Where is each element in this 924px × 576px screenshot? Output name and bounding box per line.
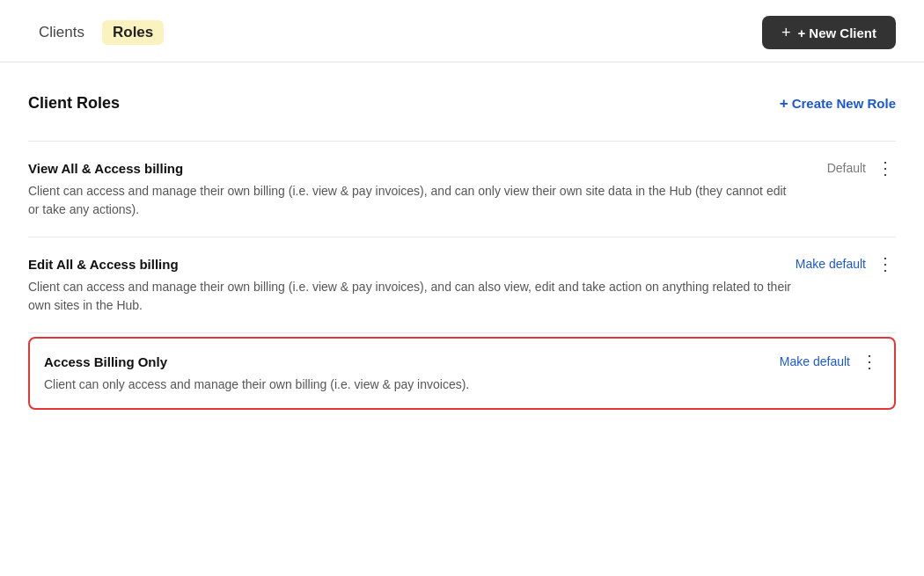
role-actions: Make default ⋮ <box>780 353 880 370</box>
role-menu-button[interactable]: ⋮ <box>875 159 896 177</box>
create-new-role-button[interactable]: + Create New Role <box>780 95 896 113</box>
role-actions: Make default ⋮ <box>796 255 896 273</box>
section-title: Client Roles <box>28 94 120 113</box>
role-description: Client can access and manage their own b… <box>28 182 794 219</box>
make-default-button[interactable]: Make default <box>796 257 866 271</box>
role-item-header: Edit All & Access billing Make default ⋮ <box>28 255 896 273</box>
tab-roles[interactable]: Roles <box>102 20 164 45</box>
role-list: View All & Access billing Default ⋮ Clie… <box>28 141 896 410</box>
tab-clients[interactable]: Clients <box>28 20 95 45</box>
role-name: Edit All & Access billing <box>28 257 179 272</box>
nav-tabs: Clients Roles <box>28 20 164 45</box>
new-client-label: + New Client <box>797 26 876 40</box>
section-header: Client Roles + Create New Role <box>28 94 896 113</box>
top-nav: Clients Roles + + New Client <box>0 0 924 62</box>
role-name: View All & Access billing <box>28 161 183 176</box>
role-default-label: Default <box>827 161 866 175</box>
make-default-button[interactable]: Make default <box>780 354 850 368</box>
role-item-billing-only: Access Billing Only Make default ⋮ Clien… <box>28 337 896 410</box>
role-actions: Default ⋮ <box>827 159 896 177</box>
main-content: Client Roles + Create New Role View All … <box>0 62 924 438</box>
new-client-button[interactable]: + + New Client <box>762 16 896 49</box>
role-description: Client can only access and manage their … <box>44 375 810 394</box>
role-item-header: View All & Access billing Default ⋮ <box>28 159 896 177</box>
role-menu-button[interactable]: ⋮ <box>875 255 896 273</box>
create-role-label: Create New Role <box>792 96 896 111</box>
role-item-header: Access Billing Only Make default ⋮ <box>44 353 880 370</box>
role-name: Access Billing Only <box>44 354 167 369</box>
plus-icon: + <box>781 25 791 40</box>
role-menu-button[interactable]: ⋮ <box>859 353 880 370</box>
role-description: Client can access and manage their own b… <box>28 278 794 315</box>
role-item-view-all: View All & Access billing Default ⋮ Clie… <box>28 141 896 237</box>
role-item-edit-all: Edit All & Access billing Make default ⋮… <box>28 237 896 333</box>
create-role-plus-icon: + <box>780 95 788 113</box>
